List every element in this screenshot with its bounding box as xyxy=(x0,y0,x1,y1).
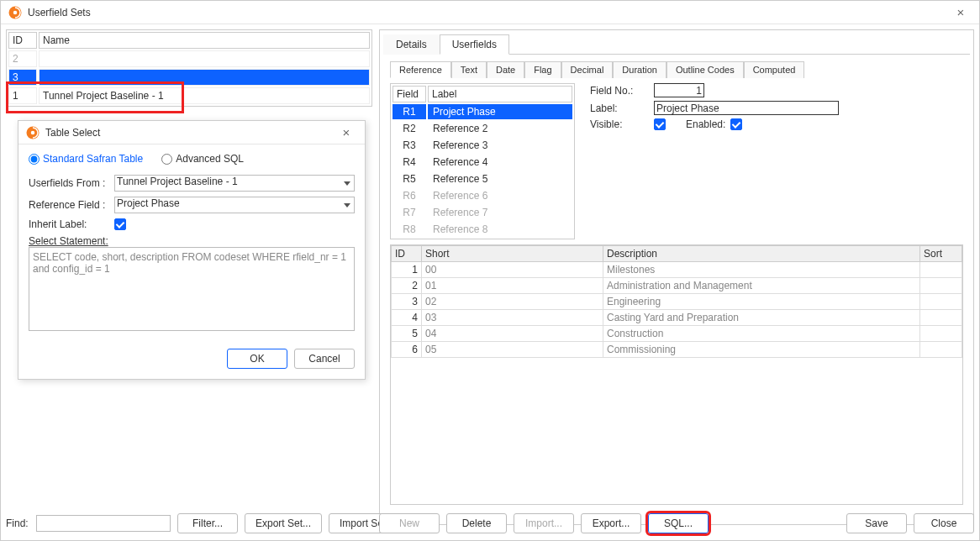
field-row[interactable]: R4Reference 4 xyxy=(393,155,572,170)
table-select-dialog: Table Select × Standard Safran Table Adv… xyxy=(18,120,366,380)
col-field[interactable]: Field xyxy=(393,86,426,102)
subtab-duration[interactable]: Duration xyxy=(613,61,667,78)
visible-label: Visible: xyxy=(590,118,649,130)
field-row[interactable]: R1Project Phase xyxy=(393,104,572,119)
find-input[interactable] xyxy=(36,515,171,532)
table-row[interactable]: 605Commissioning xyxy=(392,342,962,358)
main-titlebar: Userfield Sets × xyxy=(1,1,979,24)
col-id[interactable]: ID xyxy=(8,32,37,49)
ok-button[interactable]: OK xyxy=(227,349,287,369)
field-row[interactable]: R6Reference 6 xyxy=(393,188,572,203)
reference-field-combo[interactable]: Project Phase xyxy=(114,197,355,213)
userfields-from-label: Userfields From : xyxy=(29,177,109,189)
cancel-button[interactable]: Cancel xyxy=(294,349,355,369)
subtab-decimal[interactable]: Decimal xyxy=(561,61,614,78)
tab-userfields[interactable]: Userfields xyxy=(440,34,509,55)
field-no-input[interactable] xyxy=(654,83,704,97)
import-button: Import... xyxy=(514,513,574,533)
radio-advanced-sql[interactable]: Advanced SQL xyxy=(161,153,244,165)
table-row[interactable]: 201Administration and Management xyxy=(392,278,962,294)
table-row[interactable]: 1Tunnel Project Baseline - 1 xyxy=(8,87,370,104)
enabled-checkbox[interactable] xyxy=(730,118,742,130)
reference-field-label: Reference Field : xyxy=(29,199,109,211)
field-row[interactable]: R3Reference 3 xyxy=(393,138,572,153)
table-row[interactable]: 504Construction xyxy=(392,326,962,342)
close-button[interactable]: Close xyxy=(914,513,974,533)
inherit-label-checkbox[interactable] xyxy=(114,218,126,230)
field-no-label: Field No.: xyxy=(590,85,649,97)
field-row[interactable]: R8Reference 8 xyxy=(393,222,572,237)
col-label[interactable]: Label xyxy=(428,86,572,102)
app-icon xyxy=(8,5,23,20)
table-row[interactable]: 403Casting Yard and Preparation xyxy=(392,310,962,326)
subtab-strip: ReferenceTextDateFlagDecimalDurationOutl… xyxy=(390,61,963,78)
subtab-date[interactable]: Date xyxy=(487,61,524,78)
sql-textarea[interactable] xyxy=(29,247,355,331)
table-row[interactable]: 100Milestones xyxy=(392,262,962,278)
col-description[interactable]: Description xyxy=(603,246,920,262)
window-title: Userfield Sets xyxy=(28,7,949,18)
select-statement-label: Select Statement: xyxy=(29,235,355,247)
label-input[interactable] xyxy=(654,101,839,115)
save-button[interactable]: Save xyxy=(846,513,907,533)
col-id[interactable]: ID xyxy=(392,246,422,262)
field-row[interactable]: R2Reference 2 xyxy=(393,121,572,136)
export-set-button[interactable]: Export Set... xyxy=(245,513,322,533)
dialog-close-button[interactable]: × xyxy=(335,125,358,139)
svg-point-1 xyxy=(13,10,18,14)
reference-data-grid[interactable]: ID Short Description Sort 100Milestones2… xyxy=(390,244,963,505)
window-close-button[interactable]: × xyxy=(949,5,972,19)
col-sort[interactable]: Sort xyxy=(920,246,962,262)
field-list[interactable]: Field Label R1Project PhaseR2Reference 2… xyxy=(390,83,575,239)
visible-checkbox[interactable] xyxy=(654,118,666,130)
subtab-flag[interactable]: Flag xyxy=(524,61,561,78)
app-icon xyxy=(25,125,40,140)
label-label: Label: xyxy=(590,102,649,114)
subtab-text[interactable]: Text xyxy=(451,61,487,78)
delete-button[interactable]: Delete xyxy=(446,513,507,533)
subtab-outline-codes[interactable]: Outline Codes xyxy=(667,61,744,78)
find-label: Find: xyxy=(6,517,29,529)
enabled-label: Enabled: xyxy=(686,118,725,130)
radio-standard-table[interactable]: Standard Safran Table xyxy=(29,153,143,165)
tab-strip: Details Userfields xyxy=(383,34,970,55)
filter-button[interactable]: Filter... xyxy=(177,513,238,533)
table-row[interactable]: 2 xyxy=(8,50,370,67)
userfield-sets-grid[interactable]: ID Name 231Tunnel Project Baseline - 1 xyxy=(6,29,372,107)
table-row[interactable]: 302Engineering xyxy=(392,294,962,310)
col-short[interactable]: Short xyxy=(422,246,603,262)
sql-button[interactable]: SQL... xyxy=(648,513,709,533)
dialog-title: Table Select xyxy=(45,127,335,139)
tab-details[interactable]: Details xyxy=(383,34,440,55)
inherit-label-label: Inherit Label: xyxy=(29,218,109,230)
new-button: New xyxy=(379,513,440,533)
subtab-computed[interactable]: Computed xyxy=(744,61,805,78)
table-row[interactable]: 3 xyxy=(8,69,370,86)
field-row[interactable]: R7Reference 7 xyxy=(393,205,572,220)
userfields-from-combo[interactable]: Tunnel Project Baseline - 1 xyxy=(114,175,355,192)
subtab-reference[interactable]: Reference xyxy=(390,61,451,78)
export-button[interactable]: Export... xyxy=(581,513,641,533)
svg-point-3 xyxy=(31,130,35,134)
field-row[interactable]: R5Reference 5 xyxy=(393,171,572,186)
col-name[interactable]: Name xyxy=(39,32,370,49)
